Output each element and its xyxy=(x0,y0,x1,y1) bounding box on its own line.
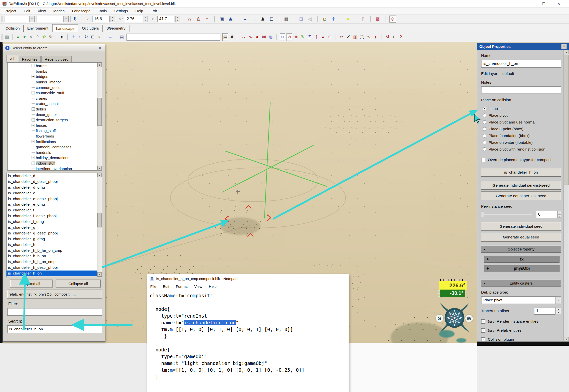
radio-icon[interactable] xyxy=(483,147,486,151)
per-instance-seed-slider[interactable] xyxy=(481,212,532,217)
level-notes-icon[interactable]: ▯ xyxy=(360,16,366,23)
checkbox-icon[interactable]: ✓ xyxy=(481,328,485,333)
object-name-input[interactable] xyxy=(481,60,561,68)
coord-z-spinner[interactable]: ▴▾ xyxy=(175,16,180,22)
camera-view-cone-icon[interactable]: ◁ xyxy=(307,16,313,23)
per-instance-seed-input[interactable] xyxy=(536,211,557,218)
tree-item[interactable]: decor_gutter xyxy=(8,112,97,117)
pivot-placement-icon[interactable]: ♀ xyxy=(96,33,102,41)
place-option[interactable]: Place on water (floatable) xyxy=(483,139,561,146)
entity-tab-recently-used[interactable]: Recently used xyxy=(41,56,72,62)
named-script-icon[interactable]: ▤ xyxy=(222,33,228,41)
tree-expander-icon[interactable]: + xyxy=(32,162,35,165)
pick-cursor-icon[interactable]: ➤ xyxy=(371,33,380,42)
environment-light-icon[interactable]: ● xyxy=(345,16,352,23)
list-item[interactable]: is_chandelier_e xyxy=(7,190,97,196)
tree-expander-icon[interactable]: + xyxy=(32,75,35,78)
spin-up-icon[interactable]: ▴ xyxy=(110,16,115,19)
wire-sphere-icon[interactable]: ◍ xyxy=(268,33,273,41)
combo-arrow-icon[interactable]: ▾ xyxy=(63,16,68,22)
paint-splatter-icon[interactable]: ✿ xyxy=(41,33,47,41)
list-item[interactable]: is_chandelier_d_destr_phobj xyxy=(7,179,97,185)
list-item[interactable]: is_chandelier_g_dmg xyxy=(7,236,97,242)
tracert-spinner[interactable]: ▴▾ xyxy=(556,308,561,314)
paint-brush-icon[interactable]: ✎ xyxy=(48,33,53,41)
radio-icon[interactable] xyxy=(483,141,486,144)
scroll-down-icon[interactable]: ▼ xyxy=(564,337,569,341)
show-panels-icon[interactable]: ▥ xyxy=(4,33,10,41)
list-scrollbar[interactable]: ▲ ▼ xyxy=(97,173,102,277)
tree-item[interactable]: +fences xyxy=(8,123,97,128)
notepad-menu-format[interactable]: Format xyxy=(176,284,188,289)
menu-project[interactable]: Project xyxy=(5,9,16,13)
properties-scrollbar[interactable]: ▲ ▼ xyxy=(563,50,569,341)
view-selection-eye-icon[interactable]: ◉ xyxy=(227,16,234,23)
hide-entities-icon[interactable]: ⊘ xyxy=(287,33,292,41)
maximize-button[interactable]: ❐ xyxy=(539,2,548,6)
tree-item[interactable]: bunker_interior xyxy=(8,79,97,85)
scroll-thumb[interactable] xyxy=(97,213,102,227)
delete-object-icon[interactable]: ✗ xyxy=(346,33,351,41)
generate-equal-per-inst-seed-button[interactable]: Generate equal per-inst-seed xyxy=(481,192,561,200)
plugin-checkbox[interactable]: ✓(srv) Render instance entities xyxy=(481,319,561,324)
move-object-icon[interactable]: ✛ xyxy=(70,33,76,41)
plugin-checkbox[interactable]: ✓Collision plugin xyxy=(481,337,561,341)
show-entities-icon[interactable]: ☺ xyxy=(280,33,285,41)
radio-icon[interactable] xyxy=(483,107,486,110)
tree-item[interactable]: bombs xyxy=(8,69,97,74)
spin-down-icon[interactable]: ▾ xyxy=(110,19,115,22)
properties-titlebar[interactable]: Object Properties ✕ xyxy=(477,43,569,50)
list-item[interactable]: is_chandelier_g xyxy=(7,225,97,230)
checkbox-icon[interactable]: ✓ xyxy=(481,319,485,324)
slider-thumb[interactable] xyxy=(481,212,484,217)
collapse-icon[interactable]: - xyxy=(481,247,487,251)
navigate-compass-icon[interactable]: ◒ xyxy=(242,16,249,23)
spin-down-icon[interactable]: ▾ xyxy=(143,19,148,22)
tree-item[interactable]: +indoor_stuff xyxy=(8,161,97,166)
spin-down-icon[interactable]: ▾ xyxy=(558,214,561,218)
export-card-icon[interactable]: ▥ xyxy=(352,33,358,41)
tree-expander-icon[interactable]: + xyxy=(32,91,35,94)
notepad-menu-file[interactable]: File xyxy=(150,284,156,289)
cut-object-icon[interactable]: ✂ xyxy=(339,33,344,41)
zoom-extents-icon[interactable]: ▣ xyxy=(219,16,225,23)
solid-arrow-icon[interactable]: ▲ xyxy=(320,33,326,41)
snap-to-scale-magnet-icon[interactable]: ∩ xyxy=(204,16,210,23)
tree-expander-icon[interactable]: + xyxy=(32,124,35,127)
menu-help[interactable]: Help xyxy=(135,9,143,13)
tree-item[interactable]: +fortifications xyxy=(8,139,97,144)
tracert-up-offset-input[interactable] xyxy=(534,307,555,315)
radio-icon[interactable] xyxy=(483,120,486,124)
dropdown-arrow-icon[interactable]: ▾ xyxy=(555,297,561,304)
clear-search-icon[interactable]: ✖ xyxy=(229,33,235,41)
list-item[interactable]: is_chandelier_h_destr_phobj xyxy=(7,265,97,271)
notepad-menu-edit[interactable]: Edit xyxy=(163,284,169,289)
place-option[interactable]: -- no -- xyxy=(483,105,561,112)
tree-expander-icon[interactable]: + xyxy=(32,118,35,121)
list-item[interactable]: is_chandelier_d xyxy=(7,173,97,179)
entity-casters-group-header[interactable]: - Entity casters xyxy=(481,280,561,287)
notes-input[interactable] xyxy=(481,86,561,93)
disable-brush-icon[interactable]: ⊘ xyxy=(389,16,396,23)
tree-item[interactable]: +countryside_stuff xyxy=(8,90,97,96)
brush-name-input[interactable] xyxy=(126,34,220,41)
properties-close-icon[interactable]: ✕ xyxy=(561,44,567,49)
stats-panel-icon[interactable]: ▦ xyxy=(283,16,290,23)
physobj-group-button[interactable]: + physObj xyxy=(484,265,559,272)
pixel-perfect-icon[interactable]: ✛ xyxy=(330,16,337,23)
def-place-type-dropdown[interactable]: Place pivot ▾ xyxy=(481,296,561,304)
polygon-bowtie-icon[interactable]: ⋈ xyxy=(261,33,267,41)
list-item[interactable]: is_chandelier_e_dmg xyxy=(7,202,97,207)
checkbox-icon[interactable] xyxy=(481,158,485,162)
expand-all-button[interactable]: Expand all xyxy=(10,280,52,287)
minimize-button[interactable]: — xyxy=(524,2,533,6)
collapse-icon[interactable]: - xyxy=(481,281,487,286)
plugin-tab-sgeometry[interactable]: SGeometry xyxy=(103,25,129,32)
tree-item[interactable]: +barrels xyxy=(8,63,97,69)
material-editor-icon[interactable]: M xyxy=(384,33,390,41)
select-cursor-icon[interactable]: ➤ xyxy=(57,33,66,42)
tree-expander-icon[interactable]: + xyxy=(32,64,35,67)
scatter-points-icon[interactable]: ∴ xyxy=(241,33,246,41)
close-button[interactable]: ✕ xyxy=(554,2,563,6)
list-item[interactable]: is_chandelier_f_destr_phobj xyxy=(7,213,97,219)
